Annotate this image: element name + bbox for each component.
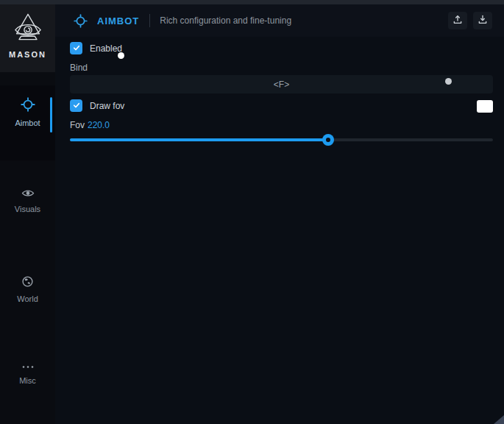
corner-sliver	[494, 415, 504, 424]
sidebar-item-label: Visuals	[15, 205, 40, 213]
sidebar-item-label: Aimbot	[15, 119, 40, 127]
upload-config-button[interactable]	[448, 12, 467, 29]
sidebar-item-aimbot[interactable]: Aimbot	[0, 97, 55, 127]
sidebar: MASON Aimbot Visuals	[0, 4, 55, 424]
fov-color-swatch[interactable]	[477, 100, 493, 113]
enabled-checkbox[interactable]	[70, 42, 82, 54]
bind-key-field[interactable]: <F>	[70, 75, 493, 93]
download-icon	[477, 13, 489, 28]
check-icon	[72, 42, 81, 55]
fov-label-row: Fov220.0	[70, 120, 110, 130]
sidebar-item-world[interactable]: World	[0, 275, 55, 303]
sidebar-item-label: Misc	[19, 376, 36, 385]
eye-icon	[21, 188, 35, 199]
bind-key-value: <F>	[274, 80, 289, 90]
draw-fov-checkbox[interactable]	[70, 99, 82, 112]
draw-fov-row: Draw fov	[70, 99, 124, 112]
fov-slider-track[interactable]	[70, 138, 493, 141]
download-config-button[interactable]	[473, 12, 492, 29]
sidebar-item-visuals[interactable]: Visuals	[0, 188, 55, 213]
logo-title: MASON	[9, 50, 46, 59]
fov-slider-handle[interactable]	[322, 134, 334, 146]
header-actions	[448, 12, 492, 29]
page-subtitle: Rich configuration and fine-tuning	[160, 15, 291, 26]
fov-label: Fov	[70, 120, 85, 130]
sidebar-item-label: World	[17, 294, 38, 303]
fov-slider-fill	[70, 138, 328, 141]
globe-icon	[21, 275, 34, 289]
upload-icon	[452, 13, 464, 28]
draw-fov-label: Draw fov	[90, 101, 124, 111]
check-icon	[72, 99, 81, 113]
fov-value: 220.0	[88, 120, 110, 130]
bind-label: Bind	[70, 63, 88, 73]
enabled-label: Enabled	[90, 43, 122, 54]
sidebar-item-misc[interactable]: Misc	[0, 362, 55, 385]
ellipsis-icon	[21, 362, 35, 371]
mason-eye-pyramid-logo-icon	[10, 11, 46, 49]
page-header: AIMBOT Rich configuration and fine-tunin…	[55, 4, 504, 37]
crosshair-icon	[74, 14, 88, 28]
logo-block: MASON	[0, 4, 55, 72]
crosshair-icon	[21, 97, 35, 113]
cursor-dot	[118, 52, 124, 59]
header-divider	[149, 14, 150, 27]
decorative-dot	[445, 78, 452, 85]
enabled-row: Enabled	[70, 42, 122, 54]
page-title: AIMBOT	[97, 15, 139, 26]
